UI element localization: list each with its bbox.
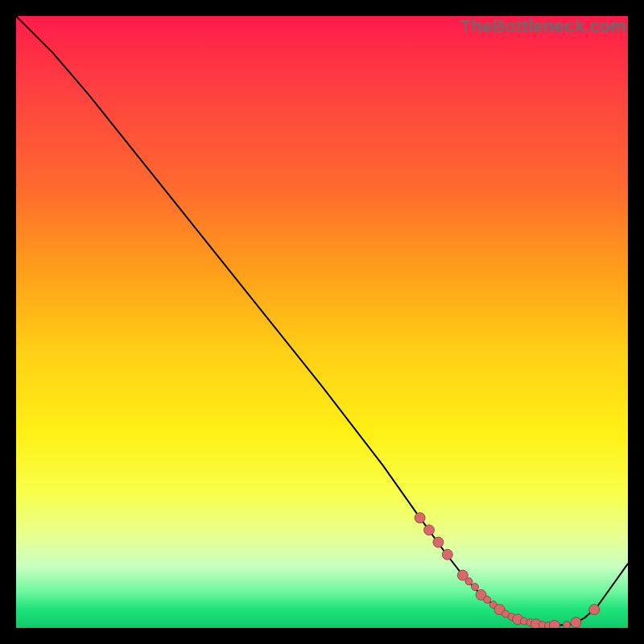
sweet-spot-dots	[415, 513, 600, 628]
sweet-spot-dot	[415, 513, 425, 523]
chart-frame: TheBottleneck.com	[16, 16, 628, 628]
sweet-spot-dot	[465, 578, 473, 585]
sweet-spot-dot	[564, 621, 571, 628]
sweet-spot-dot	[549, 621, 559, 629]
sweet-spot-dot	[571, 617, 581, 628]
sweet-spot-dot	[424, 525, 435, 535]
sweet-spot-dot	[484, 597, 491, 604]
chart-plot	[16, 16, 628, 628]
sweet-spot-dot	[442, 549, 452, 559]
sweet-spot-dot	[472, 584, 479, 591]
bottleneck-curve	[16, 16, 628, 625]
sweet-spot-dot	[433, 537, 444, 547]
sweet-spot-dot	[589, 605, 600, 615]
